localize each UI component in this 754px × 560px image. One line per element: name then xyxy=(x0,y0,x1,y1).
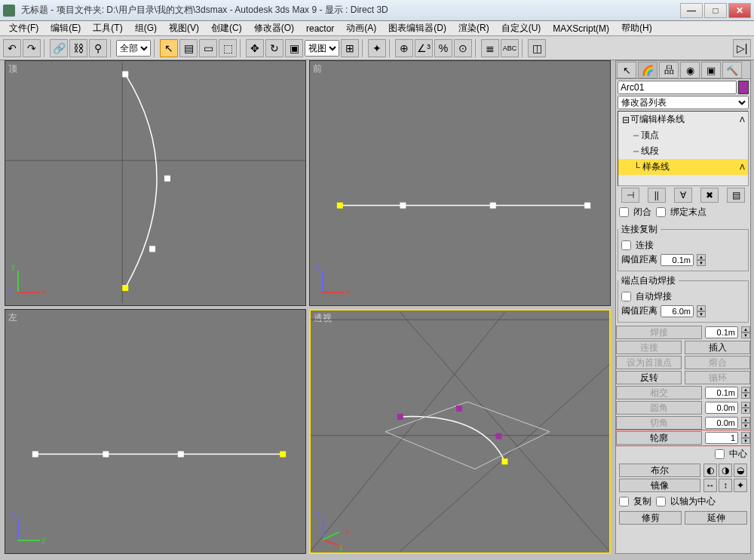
viewport-top[interactable]: 顶 y x z xyxy=(5,60,306,306)
weld-input[interactable] xyxy=(705,326,738,338)
select-icon[interactable]: ↖ xyxy=(160,39,178,57)
bool-intersect-icon[interactable]: ◒ xyxy=(734,464,747,477)
menu-edit[interactable]: 编辑(E) xyxy=(44,20,87,36)
copy-checkbox[interactable] xyxy=(619,497,629,506)
chamfer-input[interactable] xyxy=(705,417,738,429)
show-end-icon[interactable]: || xyxy=(648,188,666,203)
reverse-button[interactable]: 反转 xyxy=(616,371,682,384)
stack-item-segment[interactable]: ┈ 线段 xyxy=(618,143,748,159)
stack-item-spline[interactable]: └ 样条线ᐱ xyxy=(618,159,748,175)
config-icon[interactable]: ▤ xyxy=(727,188,745,203)
viewport-front[interactable]: 前 z x xyxy=(309,60,611,306)
remove-mod-icon[interactable]: ✖ xyxy=(700,188,719,203)
pivot-icon[interactable]: ⊞ xyxy=(341,39,359,57)
mirror-h-icon[interactable]: ↔ xyxy=(703,479,717,492)
outline-input[interactable] xyxy=(705,432,738,444)
spinner-snap-icon[interactable]: ⊙ xyxy=(454,39,472,57)
maximize-button[interactable]: □ xyxy=(704,3,727,18)
minimize-button[interactable]: — xyxy=(680,3,703,18)
center-checkbox[interactable] xyxy=(715,449,725,459)
tab-motion-icon[interactable]: ◉ xyxy=(680,62,700,78)
modifier-list-dropdown[interactable]: 修改器列表 xyxy=(618,96,749,109)
menu-animation[interactable]: 动画(A) xyxy=(340,20,382,36)
modifier-stack[interactable]: ⊟可编辑样条线ᐱ ┈ 顶点 ┈ 线段 └ 样条线ᐱ xyxy=(618,111,749,186)
menu-render[interactable]: 渲染(R) xyxy=(452,20,495,36)
boolean-button[interactable]: 布尔 xyxy=(619,464,700,477)
bind-last-checkbox[interactable] xyxy=(656,207,666,217)
menu-help[interactable]: 帮助(H) xyxy=(615,20,658,36)
make-first-button[interactable]: 设为首顶点 xyxy=(616,356,682,369)
outline-button[interactable]: 轮廓 xyxy=(616,431,702,445)
weld-button[interactable]: 焊接 xyxy=(616,326,702,339)
viewport-left[interactable]: 左 z y xyxy=(5,309,306,555)
closed-checkbox[interactable] xyxy=(619,207,629,217)
select-region-icon[interactable]: ▭ xyxy=(199,39,217,57)
menu-tools[interactable]: 工具(T) xyxy=(87,20,128,36)
bind-icon[interactable]: ⚲ xyxy=(89,39,107,57)
link-icon[interactable]: 🔗 xyxy=(50,39,68,57)
tab-create-icon[interactable]: ↖ xyxy=(617,62,636,78)
tab-utilities-icon[interactable]: 🔨 xyxy=(722,62,742,78)
threshold2-input[interactable] xyxy=(661,305,694,317)
menu-customize[interactable]: 自定义(U) xyxy=(495,20,547,36)
unlink-icon[interactable]: ⛓ xyxy=(69,39,87,57)
menu-file[interactable]: 文件(F) xyxy=(3,20,44,36)
menu-create[interactable]: 创建(C) xyxy=(205,20,248,36)
menu-modifiers[interactable]: 修改器(O) xyxy=(248,20,300,36)
mirror-icon[interactable]: ◫ xyxy=(528,39,546,57)
unique-icon[interactable]: ∀ xyxy=(674,188,692,203)
window-crossing-icon[interactable]: ⬚ xyxy=(219,39,237,57)
axis-center-checkbox[interactable] xyxy=(656,497,666,506)
bool-union-icon[interactable]: ◐ xyxy=(703,464,717,477)
stack-item-editable-spline[interactable]: ⊟可编辑样条线ᐱ xyxy=(618,112,748,127)
snap-icon[interactable]: ⊕ xyxy=(395,39,413,57)
viewport-perspective[interactable]: 透视 z x y xyxy=(309,309,611,555)
trim-button[interactable]: 修剪 xyxy=(619,511,682,525)
extend-button[interactable]: 延伸 xyxy=(685,511,747,525)
align-icon[interactable]: ▷| xyxy=(733,39,751,57)
mirror-button[interactable]: 镜像 xyxy=(619,479,700,492)
mirror-both-icon[interactable]: ✦ xyxy=(734,479,747,492)
redo-icon[interactable]: ↷ xyxy=(23,39,41,57)
mirror-v-icon[interactable]: ↕ xyxy=(719,479,732,492)
manipulate-icon[interactable]: ✦ xyxy=(368,39,386,57)
tab-hierarchy-icon[interactable]: 品 xyxy=(659,62,679,78)
scale-icon[interactable]: ▣ xyxy=(285,39,303,57)
insert-button[interactable]: 插入 xyxy=(685,341,750,354)
menu-graph[interactable]: 图表编辑器(D) xyxy=(382,20,452,36)
pin-stack-icon[interactable]: ⊣ xyxy=(621,188,639,203)
move-icon[interactable]: ✥ xyxy=(246,39,264,57)
spin-up-icon[interactable]: ▲ xyxy=(697,254,706,260)
undo-icon[interactable]: ↶ xyxy=(3,39,21,57)
rotate-icon[interactable]: ↻ xyxy=(265,39,284,57)
abc-icon[interactable]: ABC xyxy=(501,39,519,57)
angle-snap-icon[interactable]: ∠³ xyxy=(415,39,433,57)
percent-snap-icon[interactable]: % xyxy=(434,39,452,57)
connect-checkbox[interactable] xyxy=(621,240,631,250)
fuse-button[interactable]: 熔合 xyxy=(685,356,750,369)
spin-down-icon[interactable]: ▼ xyxy=(697,260,706,266)
fillet-input[interactable] xyxy=(705,402,738,414)
object-name-input[interactable] xyxy=(618,81,737,94)
object-color-swatch[interactable] xyxy=(738,81,749,94)
threshold-input[interactable] xyxy=(661,254,694,266)
menu-reactor[interactable]: reactor xyxy=(300,22,340,35)
cycle-button[interactable]: 循环 xyxy=(685,371,750,384)
cross-input[interactable] xyxy=(705,387,738,399)
menu-views[interactable]: 视图(V) xyxy=(163,20,205,36)
selection-filter[interactable]: 全部 xyxy=(116,40,151,57)
auto-weld-checkbox[interactable] xyxy=(621,292,631,301)
menu-maxscript[interactable]: MAXScript(M) xyxy=(547,22,615,35)
bool-subtract-icon[interactable]: ◑ xyxy=(719,464,732,477)
tab-modify-icon[interactable]: 🌈 xyxy=(638,62,657,78)
fillet-button[interactable]: 圆角 xyxy=(616,401,702,415)
tab-display-icon[interactable]: ▣ xyxy=(701,62,721,78)
menu-group[interactable]: 组(G) xyxy=(129,20,163,36)
close-button[interactable]: ✕ xyxy=(728,3,751,18)
named-sel-icon[interactable]: ≣ xyxy=(481,39,499,57)
connect-button[interactable]: 连接 xyxy=(616,341,682,354)
ref-coord[interactable]: 视图 xyxy=(305,40,339,57)
select-name-icon[interactable]: ▤ xyxy=(179,39,198,57)
cross-button[interactable]: 相交 xyxy=(616,386,702,399)
chamfer-button[interactable]: 切角 xyxy=(616,416,702,430)
